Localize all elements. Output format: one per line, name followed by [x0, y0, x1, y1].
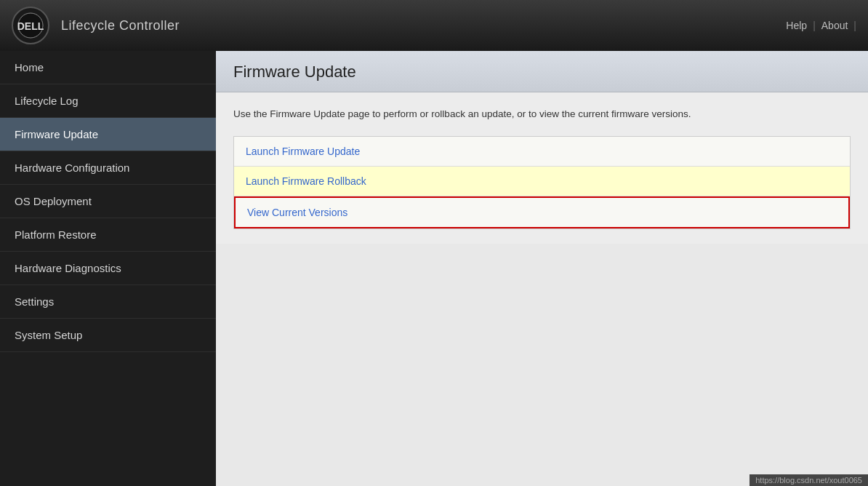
about-link[interactable]: About — [816, 20, 854, 31]
sidebar-item-home[interactable]: Home — [0, 51, 216, 84]
sidebar-item-os-deployment[interactable]: OS Deployment — [0, 185, 216, 218]
sidebar-item-system-setup[interactable]: System Setup — [0, 319, 216, 352]
page-description: Use the Firmware Update page to perform … — [233, 107, 851, 122]
content-area: Firmware Update Use the Firmware Update … — [216, 51, 868, 486]
nav-separator-2: | — [853, 20, 856, 31]
content-body: Use the Firmware Update page to perform … — [216, 92, 868, 244]
sidebar-item-firmware-update[interactable]: Firmware Update — [0, 118, 216, 151]
page-title: Firmware Update — [233, 63, 851, 81]
sidebar-item-hardware-configuration[interactable]: Hardware Configuration — [0, 151, 216, 185]
sidebar-item-hardware-diagnostics[interactable]: Hardware Diagnostics — [0, 252, 216, 285]
sidebar-item-lifecycle-log[interactable]: Lifecycle Log — [0, 84, 216, 118]
launch-firmware-rollback-item[interactable]: Launch Firmware Rollback — [234, 167, 850, 196]
sidebar-item-platform-restore[interactable]: Platform Restore — [0, 218, 216, 252]
launch-firmware-update-link[interactable]: Launch Firmware Update — [246, 146, 360, 157]
view-current-versions-link[interactable]: View Current Versions — [247, 207, 347, 218]
app-title: Lifecycle Controller — [61, 18, 180, 33]
svg-text:DELL: DELL — [17, 20, 44, 32]
sidebar: Home Lifecycle Log Firmware Update Hardw… — [0, 51, 216, 486]
view-current-versions-item[interactable]: View Current Versions — [234, 196, 850, 228]
firmware-options-list: Launch Firmware Update Launch Firmware R… — [233, 136, 851, 229]
launch-firmware-update-item[interactable]: Launch Firmware Update — [234, 137, 850, 167]
bottom-bar-text: https://blog.csdn.net/xout0065 — [755, 476, 862, 485]
help-link[interactable]: Help — [780, 20, 813, 31]
sidebar-item-settings[interactable]: Settings — [0, 285, 216, 319]
main-container: Home Lifecycle Log Firmware Update Hardw… — [0, 51, 868, 486]
header-navigation: Help | About | — [780, 20, 856, 31]
launch-firmware-rollback-link[interactable]: Launch Firmware Rollback — [246, 175, 366, 187]
content-header: Firmware Update — [216, 51, 868, 92]
dell-logo: DELL — [12, 7, 49, 44]
bottom-bar: https://blog.csdn.net/xout0065 — [750, 474, 868, 486]
header: DELL Lifecycle Controller Help | About | — [0, 0, 868, 51]
